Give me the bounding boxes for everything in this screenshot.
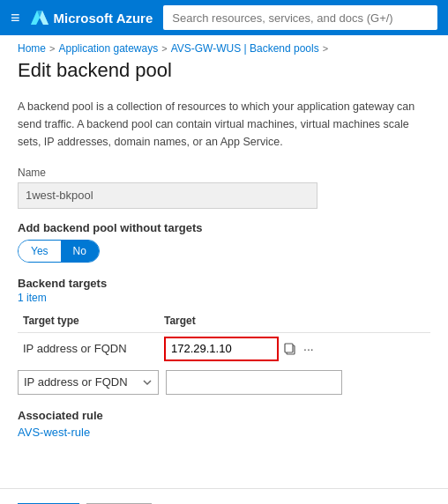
col-target-type: Target type bbox=[18, 311, 159, 333]
breadcrumb-sep-1: > bbox=[49, 43, 55, 54]
name-field-row: Name 1west-bkpool bbox=[18, 167, 430, 209]
topbar: ≡ Microsoft Azure bbox=[0, 0, 448, 35]
copy-icon bbox=[284, 343, 296, 355]
new-target-input[interactable] bbox=[166, 370, 342, 395]
toggle-label: Add backend pool without targets bbox=[18, 221, 430, 234]
item-count: 1 item bbox=[18, 292, 430, 304]
target-type-dropdown[interactable]: IP address or FQDN bbox=[18, 370, 159, 395]
backend-targets-section: Backend targets 1 item Target type Targe… bbox=[18, 277, 430, 395]
copy-icon-button[interactable] bbox=[282, 341, 298, 357]
row1-type: IP address or FQDN bbox=[18, 332, 159, 365]
ellipsis-icon: ··· bbox=[303, 342, 314, 356]
divider bbox=[0, 488, 448, 489]
search-input[interactable] bbox=[163, 5, 437, 30]
backend-targets-title: Backend targets bbox=[18, 277, 430, 290]
table-row: IP address or FQDN bbox=[18, 332, 430, 365]
target-icons: ··· bbox=[282, 340, 316, 358]
assoc-rule-section: Associated rule AVS-west-rule bbox=[18, 409, 430, 439]
breadcrumb-sep-3: > bbox=[323, 43, 328, 54]
assoc-rule-link[interactable]: AVS-west-rule bbox=[18, 426, 90, 439]
description: A backend pool is a collection of resour… bbox=[18, 98, 423, 151]
new-target-row: IP address or FQDN bbox=[18, 370, 430, 395]
col-target: Target bbox=[159, 311, 430, 333]
logo: Microsoft Azure bbox=[31, 9, 153, 26]
name-value: 1west-bkpool bbox=[18, 182, 317, 209]
breadcrumb-app-gateways[interactable]: Application gateways bbox=[58, 42, 158, 55]
svg-marker-2 bbox=[31, 11, 49, 25]
row1-target-cell: ··· bbox=[159, 332, 430, 365]
row1-target-input[interactable] bbox=[164, 337, 279, 361]
assoc-rule-title: Associated rule bbox=[18, 409, 430, 422]
toggle-yes-button[interactable]: Yes bbox=[19, 241, 61, 262]
breadcrumb: Home > Application gateways > AVS-GW-WUS… bbox=[0, 35, 448, 58]
azure-logo-icon bbox=[31, 9, 49, 26]
page-title: Edit backend pool bbox=[18, 58, 430, 84]
toggle-row: Add backend pool without targets Yes No bbox=[18, 221, 430, 263]
logo-text: Microsoft Azure bbox=[54, 11, 153, 26]
page-content: Edit backend pool A backend pool is a co… bbox=[0, 58, 448, 474]
svg-rect-4 bbox=[285, 344, 293, 352]
targets-table: Target type Target IP address or FQDN bbox=[18, 311, 430, 365]
toggle-no-button[interactable]: No bbox=[61, 241, 99, 262]
name-label: Name bbox=[18, 167, 430, 179]
breadcrumb-backend-pools[interactable]: AVS-GW-WUS | Backend pools bbox=[171, 42, 319, 55]
table-header-row: Target type Target bbox=[18, 311, 430, 333]
toggle-group[interactable]: Yes No bbox=[18, 240, 100, 263]
breadcrumb-home[interactable]: Home bbox=[18, 42, 46, 55]
hamburger-icon[interactable]: ≡ bbox=[11, 9, 20, 27]
breadcrumb-sep-2: > bbox=[161, 43, 167, 54]
more-options-button[interactable]: ··· bbox=[302, 340, 316, 358]
row1-target-row: ··· bbox=[164, 337, 425, 361]
